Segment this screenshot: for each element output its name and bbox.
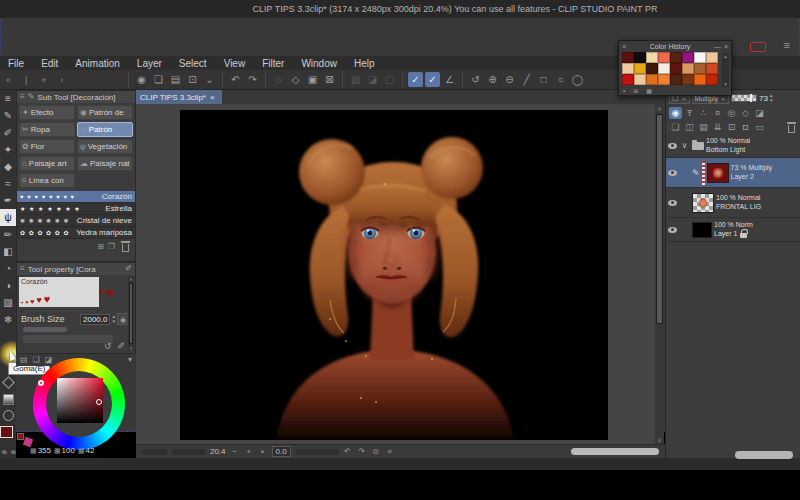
menu-item[interactable]: Help bbox=[354, 58, 375, 69]
airbrush-tool[interactable]: ◔ bbox=[0, 260, 16, 277]
zoom-in[interactable]: ⊕ bbox=[485, 72, 500, 87]
corazon[interactable]: ♥ ♥ ♥ ♥ ♥ ♥ ♥ ♥ Corazón bbox=[17, 191, 135, 203]
redo[interactable]: ↷ bbox=[245, 72, 260, 87]
panel-menu-icon[interactable]: ≡ bbox=[622, 43, 626, 50]
frozen-tool[interactable]: ❄ bbox=[0, 311, 16, 328]
vegetacion[interactable]: ψ Vegetación bbox=[77, 139, 133, 154]
delete-layer-button[interactable] bbox=[788, 125, 795, 133]
circle-chip-icon[interactable] bbox=[3, 410, 14, 421]
opacity-thumb[interactable] bbox=[750, 94, 752, 102]
cristal-de-nieve[interactable]: ❄ ❄ ❄ ❄ ❄ ❄ Cristal de nieve bbox=[17, 215, 135, 227]
menu-item[interactable]: Animation bbox=[75, 58, 119, 69]
brush-size-slider[interactable] bbox=[23, 327, 67, 332]
close-icon[interactable]: × bbox=[724, 43, 728, 50]
menu-item[interactable]: View bbox=[224, 58, 246, 69]
gradient-chip-icon[interactable] bbox=[3, 394, 14, 405]
scroll-thumb[interactable] bbox=[129, 283, 133, 344]
app-logo[interactable]: ◉ bbox=[134, 72, 149, 87]
menu-item[interactable]: Layer bbox=[137, 58, 162, 69]
color-swatch[interactable] bbox=[622, 63, 634, 74]
scroll-down-icon[interactable]: ∨ bbox=[657, 436, 661, 443]
menu-item[interactable]: Edit bbox=[41, 58, 58, 69]
color-swatch[interactable] bbox=[670, 74, 682, 85]
blend-tool[interactable]: ◑ bbox=[0, 277, 16, 294]
add-color-icon[interactable]: ⊞ bbox=[633, 88, 638, 94]
menu-item[interactable]: Select bbox=[179, 58, 207, 69]
dock-tile[interactable]: ▤ bbox=[20, 356, 28, 364]
step-down-icon[interactable]: ▾ bbox=[770, 98, 773, 103]
zoom-in-button[interactable]: + bbox=[244, 448, 254, 456]
eyedropper-tool[interactable]: ✒ bbox=[0, 192, 16, 209]
merge-with-lower-layer[interactable]: ⊡ bbox=[725, 121, 738, 133]
gradient[interactable]: ◪ bbox=[365, 72, 380, 87]
brush-size-stepper[interactable]: ▴ ▾ bbox=[112, 314, 115, 324]
scroll-up-icon[interactable]: ∧ bbox=[657, 105, 661, 112]
color-swatch[interactable] bbox=[682, 63, 694, 74]
rotation-value[interactable]: 0.0 bbox=[272, 446, 291, 457]
color-swatch[interactable] bbox=[706, 52, 718, 63]
trash-icon[interactable] bbox=[122, 244, 129, 252]
document-tab[interactable]: CLIP TIPS 3.3clip* × bbox=[136, 90, 222, 104]
color-swatch[interactable] bbox=[622, 74, 634, 85]
scroll-up-icon[interactable]: ∧ bbox=[129, 276, 133, 282]
open-file[interactable]: ▤ bbox=[168, 72, 183, 87]
new-raster-layer[interactable]: ❏ bbox=[669, 121, 682, 133]
flor[interactable]: ✿ Flor bbox=[19, 139, 75, 154]
zoom-out[interactable]: ⊖ bbox=[502, 72, 517, 87]
visibility-eye-icon[interactable] bbox=[668, 143, 677, 149]
pencil-tool[interactable]: ✏ bbox=[0, 226, 16, 243]
layer-thumbnail[interactable] bbox=[707, 163, 729, 183]
polygon-tool[interactable]: ◯ bbox=[570, 72, 585, 87]
create-layer-mask[interactable]: ◘ bbox=[739, 121, 752, 133]
effect-tool[interactable]: ✦ bbox=[0, 141, 16, 158]
new-file[interactable]: ❏ bbox=[151, 72, 166, 87]
step-down-icon[interactable]: ▾ bbox=[112, 319, 115, 324]
thumbnail-toggle[interactable]: ◉ bbox=[669, 107, 682, 119]
patron[interactable]: ✧ Patrón bbox=[77, 122, 133, 137]
color-swatch[interactable] bbox=[622, 52, 634, 63]
pattern-tool[interactable]: ▨ bbox=[0, 294, 16, 311]
zoom-out-button[interactable]: − bbox=[230, 448, 240, 456]
dock-expand[interactable]: ▾ bbox=[128, 356, 132, 364]
grid-view-icon[interactable]: ▦ bbox=[646, 88, 652, 94]
lock-transparent-pixels[interactable]: ◎ bbox=[725, 107, 738, 119]
new-layer-folder[interactable]: ▤ bbox=[697, 121, 710, 133]
layer-color-menu[interactable]: ◪ bbox=[753, 107, 766, 119]
color-swatch[interactable] bbox=[646, 74, 658, 85]
visibility-eye-icon[interactable] bbox=[668, 170, 677, 176]
rotate-ccw-button[interactable]: ↶ bbox=[343, 448, 353, 456]
opacity-slider[interactable] bbox=[731, 94, 757, 102]
patron-de[interactable]: ◉ Patrón de bbox=[77, 105, 133, 120]
yedra-mariposa[interactable]: ✿ ✿ ✿ ✿ ✿ ✿ Yedra mariposa bbox=[17, 227, 135, 239]
menu-item[interactable]: Window bbox=[301, 58, 337, 69]
marker-tool[interactable]: ✐ bbox=[0, 124, 16, 141]
list-view-icon[interactable]: ▪ bbox=[623, 88, 625, 94]
dock-float[interactable]: ❏ bbox=[33, 356, 40, 364]
duplicate-icon[interactable]: ❐ bbox=[108, 241, 115, 252]
estrella[interactable]: ★ ★ ★ ★ ★ ★ ★ Estrella bbox=[17, 203, 135, 215]
color-swatch[interactable] bbox=[694, 52, 706, 63]
frame[interactable]: ▢ bbox=[382, 72, 397, 87]
curve-tool[interactable]: ≈ bbox=[0, 175, 16, 192]
color-swatch[interactable] bbox=[682, 52, 694, 63]
blend-mode-row-clipped[interactable] bbox=[23, 335, 113, 343]
color-swatch[interactable] bbox=[658, 74, 670, 85]
color-swatch[interactable] bbox=[694, 63, 706, 74]
scroll-down-icon[interactable]: ▾ bbox=[724, 81, 727, 87]
layer-thumbnail[interactable] bbox=[692, 222, 712, 238]
menu-item[interactable]: Filter bbox=[262, 58, 284, 69]
nav-pill[interactable] bbox=[142, 449, 168, 455]
brush-size-value[interactable]: 2000.0 bbox=[80, 314, 110, 325]
right-panel-scroll-thumb[interactable] bbox=[735, 451, 793, 459]
document-tab-close-icon[interactable]: × bbox=[210, 93, 215, 102]
new-vector-layer[interactable]: ◫ bbox=[683, 121, 696, 133]
paisaje-artificial[interactable]: ⌂ Paisaje art bbox=[19, 156, 75, 171]
panel-menu-icon[interactable]: ≡ bbox=[20, 265, 25, 273]
save-more[interactable]: ⌄ bbox=[202, 72, 217, 87]
tool-property-scrollbar[interactable]: ∧ ∨ bbox=[128, 276, 134, 351]
panel-menu-icon[interactable]: ≡ bbox=[20, 93, 25, 101]
scroll-down-icon[interactable]: ∨ bbox=[129, 345, 133, 351]
color-history-titlebar[interactable]: ≡ Color History — × bbox=[619, 41, 731, 52]
layer-row[interactable]: ✎ 100 % Norm Layer 1 bbox=[666, 218, 800, 242]
visibility-eye-icon[interactable] bbox=[668, 200, 677, 206]
